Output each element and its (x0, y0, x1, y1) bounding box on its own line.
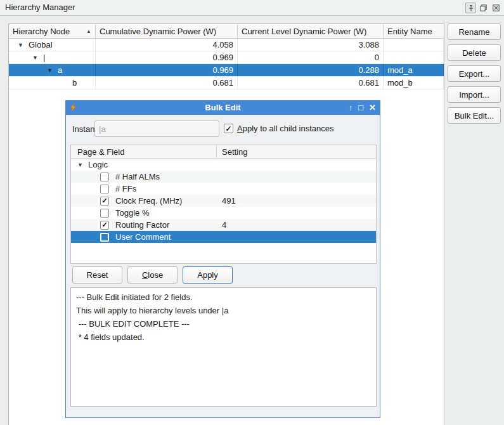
node-label: | (43, 53, 45, 62)
fields-table-body: ▼Logic# Half ALMs# FFs✓Clock Freq. (MHz)… (71, 159, 376, 243)
cumulative-power-cell: 0.969 (96, 64, 238, 76)
checkbox-unchecked[interactable] (100, 233, 109, 242)
column-header-current-power[interactable]: Current Level Dynamic Power (W) (238, 24, 384, 38)
shade-icon[interactable]: ↑ (349, 102, 353, 114)
field-row[interactable]: User Comment (71, 231, 376, 243)
reset-button[interactable]: Reset (72, 266, 122, 284)
panel-titlebar-icons (465, 3, 501, 13)
field-row[interactable]: ✓Routing Factor4 (71, 219, 376, 231)
checkbox-checked[interactable]: ✓ (100, 197, 109, 206)
column-header-hierarchy-node[interactable]: Hierarchy Node ▲ (9, 24, 96, 38)
column-header-cumulative-power[interactable]: Cumulative Dynamic Power (W) (96, 24, 238, 38)
import-button[interactable]: Import... (448, 86, 501, 103)
field-label: # FFs (115, 184, 136, 193)
node-cell: ▼a (9, 64, 96, 76)
dialog-title: Bulk Edit (66, 103, 380, 112)
field-cell: User Comment (71, 231, 217, 243)
maximize-icon[interactable]: □ (358, 102, 363, 114)
column-header-setting[interactable]: Setting (217, 145, 376, 158)
setting-cell (217, 183, 376, 195)
column-header-label: Page & Field (77, 147, 124, 157)
node-cell: b (9, 77, 96, 89)
hierarchy-table-header: Hierarchy Node ▲ Cumulative Dynamic Powe… (9, 24, 444, 39)
dialog-titlebar-icons: ↑□✕ (349, 102, 376, 114)
bulk-edit-log[interactable]: --- Bulk Edit initiated for 2 fields. Th… (70, 287, 377, 407)
field-cell: Toggle % (71, 207, 217, 219)
checkbox-checked[interactable]: ✓ (100, 221, 109, 230)
field-cell: # FFs (71, 183, 217, 195)
bulk-edit-button[interactable]: Bulk Edit... (448, 107, 501, 124)
checkbox-unchecked[interactable] (100, 185, 109, 193)
close-icon[interactable]: ✕ (369, 102, 376, 114)
field-label: Clock Freq. (MHz) (115, 196, 182, 206)
current-power-cell: 0.288 (238, 64, 384, 76)
export-button[interactable]: Export... (448, 65, 501, 82)
column-header-entity-name[interactable]: Entity Name (384, 24, 444, 38)
expander-icon[interactable]: ▼ (77, 162, 88, 168)
column-header-label: Current Level Dynamic Power (W) (242, 27, 366, 36)
checkbox-unchecked[interactable] (100, 209, 109, 218)
panel-title: Hierarchy Manager (5, 3, 75, 12)
cumulative-power-cell: 0.969 (96, 51, 238, 63)
table-row[interactable]: ▼|0.9690 (9, 51, 444, 64)
expander-icon[interactable]: ▼ (18, 42, 29, 48)
instance-input[interactable] (94, 121, 219, 137)
cumulative-power-cell: 0.681 (96, 77, 238, 89)
dialog-titlebar[interactable]: Bulk Edit ↑□✕ (66, 101, 380, 115)
field-row[interactable]: # Half ALMs (71, 171, 376, 183)
panel-titlebar: Hierarchy Manager (0, 0, 504, 16)
dialog-buttons: ResetCloseApply (72, 266, 233, 284)
float-icon[interactable] (478, 3, 489, 13)
current-power-cell: 3.088 (238, 39, 384, 51)
entity-name-cell: mod_b (384, 77, 444, 89)
table-row[interactable]: ▼a0.9690.288mod_a (9, 64, 444, 77)
setting-cell (217, 231, 376, 243)
field-cell: ✓Routing Factor (71, 219, 217, 231)
field-cell: ✓Clock Freq. (MHz) (71, 195, 217, 207)
apply-all-option[interactable]: ✓ Apply to all child instances (224, 124, 333, 133)
side-button-column: RenameDeleteExport...Import...Bulk Edit.… (448, 23, 501, 128)
close-icon[interactable] (491, 3, 501, 13)
apply-all-checkbox[interactable]: ✓ (224, 124, 233, 133)
column-header-label: Cumulative Dynamic Power (W) (100, 27, 216, 36)
node-label: a (58, 65, 62, 75)
field-cell: # Half ALMs (71, 171, 217, 183)
current-power-cell: 0.681 (238, 77, 384, 89)
field-group-row[interactable]: ▼Logic (71, 159, 376, 171)
expander-icon[interactable]: ▼ (47, 67, 58, 74)
current-power-cell: 0 (238, 51, 384, 63)
setting-cell: 4 (217, 219, 376, 231)
table-row[interactable]: b0.6810.681mod_b (9, 77, 444, 89)
node-cell: ▼| (9, 51, 96, 63)
table-row[interactable]: ▼Global4.0583.088 (9, 39, 444, 51)
setting-cell (217, 207, 376, 219)
field-label: Routing Factor (115, 220, 169, 230)
column-header-label: Entity Name (387, 27, 432, 36)
group-label: Logic (88, 160, 108, 169)
sort-ascending-icon: ▲ (82, 29, 91, 34)
delete-button[interactable]: Delete (448, 44, 501, 61)
apply-all-label: Apply to all child instances (237, 124, 333, 133)
fields-table-header: Page & Field Setting (71, 145, 376, 159)
field-label: User Comment (115, 232, 171, 242)
cumulative-power-cell: 4.058 (96, 39, 238, 51)
expander-icon[interactable]: ▼ (32, 55, 43, 61)
setting-cell (217, 171, 376, 183)
apply-button[interactable]: Apply (183, 266, 233, 284)
checkbox-unchecked[interactable] (100, 173, 109, 181)
entity-name-cell: mod_a (384, 64, 444, 76)
node-cell: ▼Global (9, 39, 96, 51)
node-label: b (72, 78, 77, 88)
entity-name-cell (384, 51, 444, 63)
entity-name-cell (384, 39, 444, 51)
field-row[interactable]: Toggle % (71, 207, 376, 219)
field-row[interactable]: # FFs (71, 183, 376, 195)
close-button[interactable]: Close (127, 266, 178, 284)
group-cell: ▼Logic (71, 159, 217, 171)
rename-button[interactable]: Rename (448, 23, 501, 40)
hierarchy-table-body: ▼Global4.0583.088▼|0.9690▼a0.9690.288mod… (9, 39, 444, 89)
pin-icon[interactable] (465, 3, 476, 13)
node-label: Global (29, 40, 53, 49)
field-row[interactable]: ✓Clock Freq. (MHz)491 (71, 195, 376, 207)
column-header-page-field[interactable]: Page & Field (71, 145, 217, 158)
